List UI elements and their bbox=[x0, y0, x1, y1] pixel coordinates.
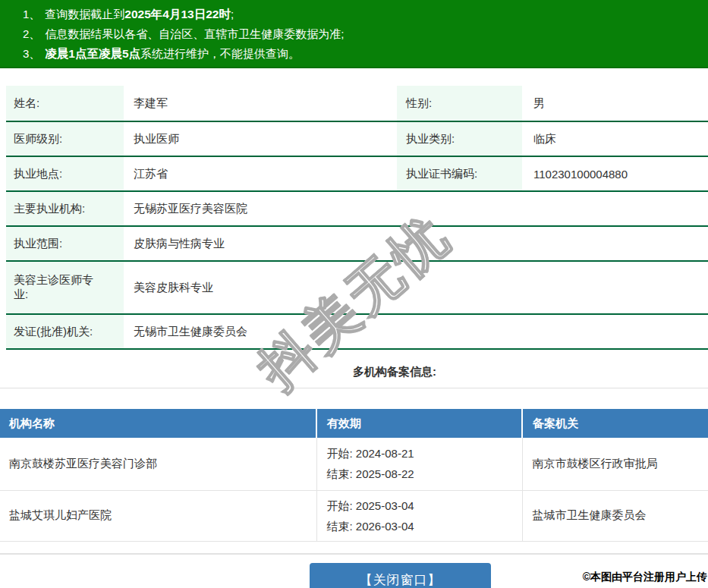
table-row: 盐城艾琪儿妇产医院 开始: 2025-03-04 结束: 2026-03-04 … bbox=[0, 490, 708, 541]
practice-category-value: 临床 bbox=[522, 121, 708, 156]
certificate-number-label: 执业证书编码: bbox=[397, 156, 522, 191]
practice-scope-label: 执业范围: bbox=[6, 226, 124, 261]
practice-location-label: 执业地点: bbox=[6, 156, 124, 191]
period-start-date: 2025-03-04 bbox=[356, 499, 414, 512]
org-registration-table: 机构名称 有效期 备案机关 南京鼓楼苏亚医疗美容门诊部 开始: 2024-08-… bbox=[0, 409, 708, 542]
primary-institution-value: 无锡苏亚医疗美容医院 bbox=[124, 191, 708, 226]
org-name-cell: 南京鼓楼苏亚医疗美容门诊部 bbox=[0, 438, 316, 490]
practice-category-label: 执业类别: bbox=[397, 121, 522, 156]
table-row: 医师级别: 执业医师 执业类别: 临床 bbox=[6, 121, 708, 156]
period-start-label: 开始: bbox=[327, 499, 353, 512]
period-start-label: 开始: bbox=[327, 447, 353, 460]
notice-bar: 1、查询数据截止到2025年4月13日22时; 2、信息数据结果以各省、自治区、… bbox=[0, 0, 708, 68]
table-row: 南京鼓楼苏亚医疗美容门诊部 开始: 2024-08-21 结束: 2025-08… bbox=[0, 438, 708, 490]
doctor-level-label: 医师级别: bbox=[6, 121, 124, 156]
column-header-validity-period: 有效期 bbox=[316, 409, 522, 438]
doctor-level-value: 执业医师 bbox=[124, 121, 397, 156]
cosmetic-specialty-label: 美容主诊医师专业: bbox=[6, 261, 124, 314]
notice-item-2: 2、信息数据结果以各省、自治区、直辖市卫生健康委数据为准; bbox=[23, 24, 700, 44]
notice-text: 查询数据截止到 bbox=[45, 8, 124, 20]
notice-item-3: 3、凌晨1点至凌晨5点系统进行维护，不能提供查询。 bbox=[23, 44, 700, 64]
validity-period-cell: 开始: 2024-08-21 结束: 2025-08-22 bbox=[316, 438, 522, 490]
period-end-date: 2026-03-04 bbox=[356, 520, 414, 533]
practice-scope-value: 皮肤病与性病专业 bbox=[124, 226, 708, 261]
filing-authority-cell: 盐城市卫生健康委员会 bbox=[522, 490, 708, 541]
gender-value: 男 bbox=[522, 86, 708, 121]
cosmetic-specialty-value: 美容皮肤科专业 bbox=[124, 261, 708, 314]
table-row: 姓名: 李建军 性别: 男 bbox=[6, 86, 708, 121]
notice-item-1: 1、查询数据截止到2025年4月13日22时; bbox=[23, 5, 700, 24]
column-header-org-name: 机构名称 bbox=[0, 409, 316, 438]
section-title: 多机构备案信息: bbox=[0, 366, 708, 378]
notice-number: 2、 bbox=[23, 27, 40, 40]
table-row: 执业范围: 皮肤病与性病专业 bbox=[6, 226, 708, 261]
validity-period-cell: 开始: 2025-03-04 结束: 2026-03-04 bbox=[316, 490, 522, 541]
period-start-date: 2024-08-21 bbox=[356, 447, 414, 460]
org-name-cell: 盐城艾琪儿妇产医院 bbox=[0, 490, 316, 541]
filing-authority-cell: 南京市鼓楼区行政审批局 bbox=[522, 438, 708, 490]
notice-number: 1、 bbox=[23, 8, 40, 20]
upload-credit: ©本图由平台注册用户上传 bbox=[583, 571, 707, 584]
notice-text: ; bbox=[231, 8, 234, 20]
table-header-row: 机构名称 有效期 备案机关 bbox=[0, 409, 708, 438]
notice-text: 信息数据结果以各省、自治区、直辖市卫生健康委数据为准; bbox=[45, 27, 344, 40]
certificate-number-value: 110230100004880 bbox=[522, 156, 708, 191]
period-end: 结束: 2025-08-22 bbox=[327, 464, 522, 484]
primary-institution-label: 主要执业机构: bbox=[6, 191, 124, 226]
period-start: 开始: 2024-08-21 bbox=[327, 443, 522, 464]
notice-number: 3、 bbox=[23, 47, 40, 60]
close-window-button[interactable]: 【关闭窗口】 bbox=[310, 563, 491, 588]
table-row: 执业地点: 江苏省 执业证书编码: 110230100004880 bbox=[6, 156, 708, 191]
table-row: 发证(批准)机关: 无锡市卫生健康委员会 bbox=[6, 314, 708, 349]
notice-text-bold: 2025年4月13日22时 bbox=[124, 8, 231, 20]
column-header-filing-authority: 备案机关 bbox=[522, 409, 708, 438]
name-value: 李建军 bbox=[124, 86, 397, 121]
divider bbox=[0, 388, 708, 388]
table-row: 主要执业机构: 无锡苏亚医疗美容医院 bbox=[6, 191, 708, 226]
divider bbox=[0, 553, 708, 555]
notice-text: 系统进行维护，不能提供查询。 bbox=[140, 47, 300, 60]
issuing-authority-label: 发证(批准)机关: bbox=[6, 314, 124, 349]
gender-label: 性别: bbox=[397, 86, 522, 121]
name-label: 姓名: bbox=[6, 86, 124, 121]
period-end-label: 结束: bbox=[327, 520, 353, 533]
table-row: 美容主诊医师专业: 美容皮肤科专业 bbox=[6, 261, 708, 314]
issuing-authority-value: 无锡市卫生健康委员会 bbox=[124, 314, 708, 349]
period-end-date: 2025-08-22 bbox=[356, 467, 414, 480]
practice-location-value: 江苏省 bbox=[124, 156, 397, 191]
notice-text-bold: 凌晨1点至凌晨5点 bbox=[45, 47, 140, 60]
period-end: 结束: 2026-03-04 bbox=[327, 516, 522, 536]
period-start: 开始: 2025-03-04 bbox=[327, 495, 522, 516]
period-end-label: 结束: bbox=[327, 467, 353, 480]
doctor-info-table: 姓名: 李建军 性别: 男 医师级别: 执业医师 执业类别: 临床 执业地点: … bbox=[6, 86, 708, 350]
